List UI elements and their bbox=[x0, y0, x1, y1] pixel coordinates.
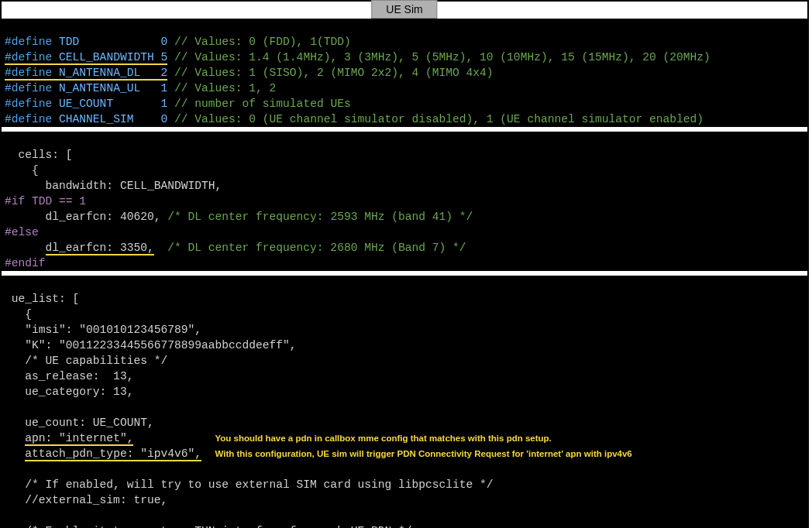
line: "imsi": "001010123456789", bbox=[5, 324, 201, 336]
directive: #else bbox=[5, 226, 39, 238]
val: 5 bbox=[160, 51, 167, 63]
directive: #endif bbox=[5, 257, 46, 269]
pre bbox=[5, 432, 25, 444]
id: CHANNEL_SIM bbox=[59, 113, 133, 125]
line bbox=[5, 242, 46, 254]
id: N_ANTENNA_UL bbox=[59, 82, 140, 94]
defines-block: #define TDD 0 // Values: 0 (FDD), 1(TDD)… bbox=[2, 19, 807, 127]
annotation-pdn1: You should have a pdn in callbox mme con… bbox=[215, 430, 552, 446]
directive: #if TDD == 1 bbox=[5, 195, 86, 207]
id: UE_COUNT bbox=[59, 98, 113, 110]
val: 2 bbox=[160, 67, 167, 79]
com: // Values: 0 (UE channel simulator disab… bbox=[174, 113, 704, 125]
kw: #define bbox=[5, 36, 52, 48]
com: // Values: 0 (FDD), 1(TDD) bbox=[174, 36, 351, 48]
line: /* If enabled, will try to use external … bbox=[5, 478, 494, 491]
com: /* DL center frequency: 2680 MHz (Band 7… bbox=[154, 242, 466, 254]
pre bbox=[5, 447, 25, 460]
com: /* DL center frequency: 2593 MHz (band 4… bbox=[160, 211, 473, 223]
id: CELL_BANDWIDTH bbox=[59, 51, 154, 63]
kw: #define bbox=[5, 67, 52, 79]
line: bandwidth: CELL_BANDWIDTH, bbox=[5, 180, 222, 192]
kw: #define bbox=[5, 113, 52, 125]
main-frame: UE Sim #define TDD 0 // Values: 0 (FDD),… bbox=[0, 0, 809, 528]
line: ue_count: UE_COUNT, bbox=[5, 417, 154, 429]
val: 1 bbox=[160, 82, 167, 94]
val: 1 bbox=[160, 98, 167, 110]
line: "K": "00112233445566778899aabbccddeeff", bbox=[5, 339, 297, 351]
com: // number of simulated UEs bbox=[174, 98, 351, 110]
kw: #define bbox=[5, 98, 52, 110]
highlight-apn: apn: "internet", bbox=[25, 432, 133, 446]
line: as_release: 13, bbox=[5, 370, 133, 382]
uelist-block: ue_list: [ { "imsi": "001010123456789", … bbox=[2, 276, 807, 528]
annotation-pdn2: With this configuration, UE sim will tri… bbox=[215, 446, 632, 461]
cells-block: cells: [ { bandwidth: CELL_BANDWIDTH, #i… bbox=[2, 132, 807, 271]
com: // Values: 1, 2 bbox=[174, 82, 276, 94]
title-tab: UE Sim bbox=[371, 0, 437, 19]
com: // Values: 1.4 (1.4MHz), 3 (3MHz), 5 (5M… bbox=[174, 51, 710, 63]
line: ue_category: 13, bbox=[5, 386, 133, 398]
highlight-attach: attach_pdn_type: "ipv4v6", bbox=[25, 447, 201, 461]
line: cells: [ bbox=[5, 149, 73, 161]
val: 0 bbox=[160, 36, 167, 48]
com: // Values: 1 (SISO), 2 (MIMO 2x2), 4 (MI… bbox=[174, 67, 494, 79]
line: dl_earfcn: 40620, bbox=[5, 211, 160, 223]
line: ue_list: [ bbox=[5, 293, 79, 305]
line: { bbox=[5, 308, 32, 321]
line: /* Enable it to create a TUN interface f… bbox=[5, 525, 411, 528]
id: TDD bbox=[59, 36, 79, 48]
highlight-earfcn: dl_earfcn: 3350, bbox=[46, 242, 154, 255]
id: N_ANTENNA_DL bbox=[59, 67, 140, 79]
val: 0 bbox=[160, 113, 167, 125]
kw: #define bbox=[5, 82, 52, 94]
line: /* UE capabilities */ bbox=[5, 355, 167, 367]
line: { bbox=[5, 164, 39, 177]
line: //external_sim: true, bbox=[5, 494, 167, 506]
kw: #define bbox=[5, 51, 52, 63]
